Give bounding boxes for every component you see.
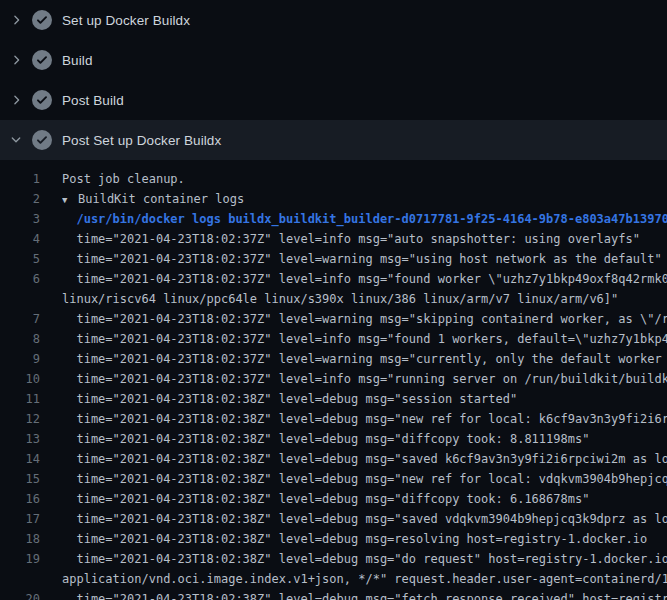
log-line-text: time="2021-04-23T18:02:38Z" level=debug …	[62, 509, 667, 529]
log-line-text: time="2021-04-23T18:02:38Z" level=debug …	[62, 549, 667, 569]
log-line: 6 time="2021-04-23T18:02:37Z" level=info…	[0, 269, 667, 289]
log-line: 3 /usr/bin/docker logs buildx_buildkit_b…	[0, 209, 667, 229]
log-line-text: time="2021-04-23T18:02:38Z" level=debug …	[62, 429, 667, 449]
log-line-text: time="2021-04-23T18:02:38Z" level=debug …	[62, 389, 667, 409]
chevron-right-icon[interactable]	[8, 52, 24, 68]
log-line: 7 time="2021-04-23T18:02:37Z" level=warn…	[0, 309, 667, 329]
log-line-text: time="2021-04-23T18:02:37Z" level=info m…	[62, 369, 667, 389]
log-line: 8 time="2021-04-23T18:02:37Z" level=info…	[0, 329, 667, 349]
log-line-number[interactable]: 6	[0, 269, 40, 289]
step-header-0[interactable]: Set up Docker Buildx	[0, 0, 667, 40]
log-line-text: time="2021-04-23T18:02:37Z" level=info m…	[62, 269, 667, 289]
log-line: 20 time="2021-04-23T18:02:38Z" level=deb…	[0, 589, 667, 600]
log-line: 14 time="2021-04-23T18:02:38Z" level=deb…	[0, 449, 667, 469]
log-line: 11 time="2021-04-23T18:02:38Z" level=deb…	[0, 389, 667, 409]
log-line: 17 time="2021-04-23T18:02:38Z" level=deb…	[0, 509, 667, 529]
log-line-text: time="2021-04-23T18:02:38Z" level=debug …	[62, 529, 667, 549]
step-header-2[interactable]: Post Build	[0, 80, 667, 120]
log-line-number[interactable]: 2	[0, 189, 40, 209]
step-header-1[interactable]: Build	[0, 40, 667, 80]
log-line-number[interactable]: 13	[0, 429, 40, 449]
log-line: 9 time="2021-04-23T18:02:37Z" level=warn…	[0, 349, 667, 369]
chevron-right-icon[interactable]	[8, 92, 24, 108]
log-line: 12 time="2021-04-23T18:02:38Z" level=deb…	[0, 409, 667, 429]
step-label: Set up Docker Buildx	[62, 13, 190, 28]
log-line: 2 ▼BuildKit container logs	[0, 189, 667, 209]
log-line-number[interactable]: 20	[0, 589, 40, 600]
log-line-text: /usr/bin/docker logs buildx_buildkit_bui…	[62, 209, 667, 229]
chevron-down-icon[interactable]	[8, 132, 24, 148]
log-line: 4 time="2021-04-23T18:02:37Z" level=info…	[0, 229, 667, 249]
log-line-number[interactable]	[0, 289, 40, 309]
workflow-log-viewer: Set up Docker Buildx Build Post Build	[0, 0, 667, 600]
log-line-number[interactable]: 4	[0, 229, 40, 249]
log-line: 1 Post job cleanup.	[0, 169, 667, 189]
step-header-3[interactable]: Post Set up Docker Buildx	[0, 120, 667, 160]
log-line: 10 time="2021-04-23T18:02:37Z" level=inf…	[0, 369, 667, 389]
log-line-text: time="2021-04-23T18:02:37Z" level=warnin…	[62, 249, 667, 269]
step-label: Build	[62, 53, 93, 68]
log-line-text: ▼BuildKit container logs	[62, 189, 667, 209]
log-line-number[interactable]: 5	[0, 249, 40, 269]
log-line: linux/riscv64 linux/ppc64le linux/s390x …	[0, 289, 667, 309]
log-line-text: linux/riscv64 linux/ppc64le linux/s390x …	[62, 289, 667, 309]
log-line-number[interactable]: 12	[0, 409, 40, 429]
log-line: 16 time="2021-04-23T18:02:38Z" level=deb…	[0, 489, 667, 509]
log-line-text: time="2021-04-23T18:02:37Z" level=info m…	[62, 329, 667, 349]
log-line-text: time="2021-04-23T18:02:37Z" level=warnin…	[62, 309, 667, 329]
log-line: application/vnd.oci.image.index.v1+json,…	[0, 569, 667, 589]
step-label: Post Build	[62, 93, 124, 108]
log-line-text: time="2021-04-23T18:02:38Z" level=debug …	[62, 589, 667, 600]
log-line-number[interactable]: 18	[0, 529, 40, 549]
log-line: 15 time="2021-04-23T18:02:38Z" level=deb…	[0, 469, 667, 489]
log-line: 19 time="2021-04-23T18:02:38Z" level=deb…	[0, 549, 667, 569]
log-lines: 1 Post job cleanup. 2 ▼BuildKit containe…	[0, 160, 667, 600]
check-circle-icon	[32, 130, 52, 150]
step-label: Post Set up Docker Buildx	[62, 133, 221, 148]
log-line-number[interactable]: 17	[0, 509, 40, 529]
step-list: Set up Docker Buildx Build Post Build	[0, 0, 667, 160]
log-line-number[interactable]: 9	[0, 349, 40, 369]
log-line-number[interactable]: 16	[0, 489, 40, 509]
log-line-text: time="2021-04-23T18:02:38Z" level=debug …	[62, 469, 667, 489]
log-line-text: time="2021-04-23T18:02:37Z" level=warnin…	[62, 349, 667, 369]
log-line-number[interactable]: 15	[0, 469, 40, 489]
check-circle-icon	[32, 10, 52, 30]
triangle-down-icon[interactable]: ▼	[62, 190, 78, 210]
log-line-text: Post job cleanup.	[62, 169, 667, 189]
log-line-number[interactable]	[0, 569, 40, 589]
log-line-number[interactable]: 7	[0, 309, 40, 329]
check-circle-icon	[32, 50, 52, 70]
log-line-number[interactable]: 14	[0, 449, 40, 469]
log-line-text: time="2021-04-23T18:02:38Z" level=debug …	[62, 449, 667, 469]
log-line-text: time="2021-04-23T18:02:37Z" level=info m…	[62, 229, 667, 249]
log-line-number[interactable]: 8	[0, 329, 40, 349]
log-line-text: application/vnd.oci.image.index.v1+json,…	[62, 569, 667, 589]
log-line-number[interactable]: 1	[0, 169, 40, 189]
log-line-text: time="2021-04-23T18:02:38Z" level=debug …	[62, 489, 667, 509]
log-line-number[interactable]: 19	[0, 549, 40, 569]
chevron-right-icon[interactable]	[8, 12, 24, 28]
log-line-number[interactable]: 11	[0, 389, 40, 409]
log-line: 5 time="2021-04-23T18:02:37Z" level=warn…	[0, 249, 667, 269]
check-circle-icon	[32, 90, 52, 110]
log-line: 18 time="2021-04-23T18:02:38Z" level=deb…	[0, 529, 667, 549]
log-line-number[interactable]: 3	[0, 209, 40, 229]
log-line: 13 time="2021-04-23T18:02:38Z" level=deb…	[0, 429, 667, 449]
log-line-text: time="2021-04-23T18:02:38Z" level=debug …	[62, 409, 667, 429]
log-line-number[interactable]: 10	[0, 369, 40, 389]
